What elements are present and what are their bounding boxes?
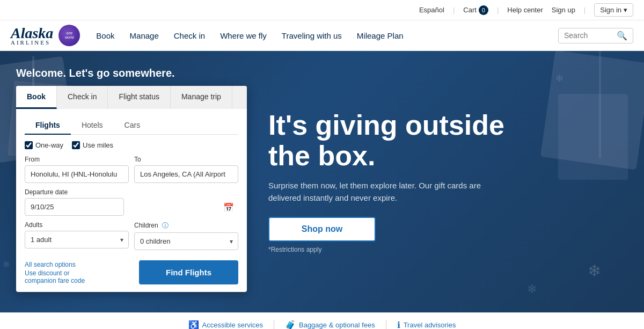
help-center-link[interactable]: Help center	[507, 6, 543, 14]
nav-links: Book Manage Check in Where we fly Travel…	[96, 31, 558, 40]
to-label: To	[134, 156, 238, 163]
baggage-icon: 🧳	[285, 320, 296, 329]
subtab-flights[interactable]: Flights	[25, 116, 71, 135]
from-input[interactable]	[25, 165, 129, 183]
subtab-hotels[interactable]: Hotels	[71, 116, 114, 135]
panel-card: Book Check in Flight status Manage trip …	[16, 86, 247, 292]
one-way-checkbox-label[interactable]: One-way	[25, 141, 63, 149]
children-select[interactable]: 0 children 1 child 2 children	[134, 232, 238, 250]
book-panel: Welcome. Let's go somewhere. Book Check …	[16, 67, 247, 312]
oneworld-badge: oneworld	[58, 25, 80, 46]
hero-section: ❄ ❄ ❄ ❄ ❄ Welcome. Let's go somewhere. B…	[0, 51, 644, 312]
bottom-links: All search options Use discount or compa…	[25, 261, 85, 284]
info-icon: ℹ	[397, 320, 400, 329]
nav-check-in[interactable]: Check in	[174, 31, 205, 40]
adults-select[interactable]: 1 adult 2 adults 3 adults	[25, 231, 129, 248]
subtab-cars[interactable]: Cars	[114, 116, 151, 135]
accessible-services-link[interactable]: ♿ Accessible services	[178, 320, 274, 329]
children-label: Children ⓘ	[134, 221, 238, 230]
welcome-heading: Welcome. Let's go somewhere.	[16, 67, 247, 79]
baggage-label: Baggage & optional fees	[299, 321, 375, 329]
calendar-icon: 📅	[223, 202, 234, 212]
nav-manage[interactable]: Manage	[130, 31, 159, 40]
departure-input[interactable]	[25, 198, 124, 216]
chevron-down-icon: ▾	[624, 6, 627, 14]
discount-fare-link[interactable]: Use discount or companion fare code	[25, 269, 85, 284]
cart-link[interactable]: Cart 0	[463, 5, 488, 15]
panel-body: Flights Hotels Cars One-way Use miles	[16, 109, 247, 292]
to-group: To	[134, 156, 238, 183]
all-search-options-link[interactable]: All search options	[25, 261, 85, 268]
travel-advisories-label: Travel advisories	[404, 321, 456, 329]
hero-headline: It's giving outside the box.	[268, 110, 623, 171]
from-label: From	[25, 156, 129, 163]
one-way-checkbox[interactable]	[25, 141, 33, 149]
shop-now-button[interactable]: Shop now	[268, 217, 376, 242]
alaska-airlines-logo[interactable]: Alaska AIRLINES	[11, 26, 53, 46]
tab-book[interactable]: Book	[16, 86, 57, 109]
logo-area: Alaska AIRLINES oneworld	[11, 25, 80, 46]
use-miles-checkbox-label[interactable]: Use miles	[72, 141, 113, 149]
nav-traveling[interactable]: Traveling with us	[282, 31, 342, 40]
nav-mileage-plan[interactable]: Mileage Plan	[357, 31, 404, 40]
to-input[interactable]	[134, 165, 238, 183]
panel-tabs: Book Check in Flight status Manage trip	[16, 86, 247, 109]
accessible-label: Accessible services	[202, 321, 263, 329]
sub-tabs: Flights Hotels Cars	[25, 116, 238, 135]
checkbox-row: One-way Use miles	[25, 141, 238, 149]
passengers-row: Adults 1 adult 2 adults 3 adults Childre…	[25, 221, 238, 250]
cart-count: 0	[479, 5, 488, 15]
snowflake-4: ❄	[3, 259, 10, 269]
sign-up-link[interactable]: Sign up	[552, 6, 575, 14]
tab-manage-trip[interactable]: Manage trip	[171, 86, 232, 109]
baggage-fees-link[interactable]: 🧳 Baggage & optional fees	[274, 320, 386, 329]
tab-check-in[interactable]: Check in	[57, 86, 108, 109]
travel-advisories-link[interactable]: ℹ Travel advisories	[386, 320, 467, 329]
nav-where-we-fly[interactable]: Where we fly	[220, 31, 267, 40]
from-to-row: From To	[25, 156, 238, 183]
use-miles-checkbox[interactable]	[72, 141, 80, 149]
accessible-icon: ♿	[188, 320, 199, 329]
restrictions-text: *Restrictions apply	[268, 246, 623, 253]
search-icon[interactable]: 🔍	[617, 31, 627, 41]
hero-right-content: It's giving outside the box. Surprise th…	[247, 51, 644, 312]
departure-group: Departure date 📅	[25, 188, 238, 216]
espanol-link[interactable]: Español	[419, 6, 444, 14]
find-flights-button[interactable]: Find Flights	[139, 260, 238, 284]
departure-label: Departure date	[25, 188, 238, 196]
nav-book[interactable]: Book	[96, 31, 114, 40]
sign-in-button[interactable]: Sign in ▾	[594, 3, 633, 17]
children-group: Children ⓘ 0 children 1 child 2 children	[134, 221, 238, 250]
adults-group: Adults 1 adult 2 adults 3 adults	[25, 221, 129, 250]
adults-label: Adults	[25, 221, 129, 229]
utility-bar: Español | Cart 0 | Help center Sign up |…	[0, 0, 644, 20]
hero-subtext: Surprise them now, let them explore late…	[268, 180, 483, 204]
from-group: From	[25, 156, 129, 183]
tab-flight-status[interactable]: Flight status	[108, 86, 170, 109]
footer-bar: ♿ Accessible services 🧳 Baggage & option…	[0, 312, 644, 329]
search-box[interactable]: 🔍	[558, 28, 633, 43]
search-input[interactable]	[564, 31, 612, 40]
main-nav: Alaska AIRLINES oneworld Book Manage Che…	[0, 20, 644, 51]
children-info-icon: ⓘ	[162, 222, 169, 229]
